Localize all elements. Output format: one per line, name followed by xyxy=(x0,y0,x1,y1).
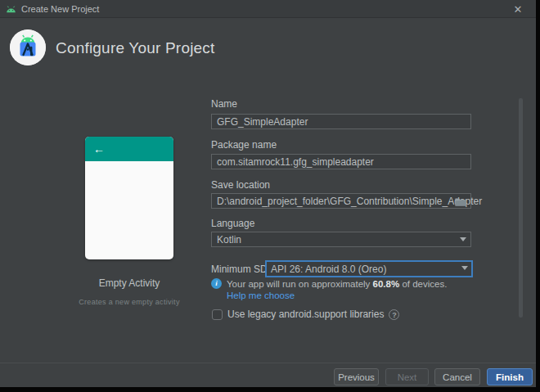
info-icon: i xyxy=(211,278,222,289)
window-title: Create New Project xyxy=(21,4,99,14)
preview-appbar: ← xyxy=(85,137,173,161)
legacy-support-checkbox[interactable] xyxy=(212,309,223,320)
name-label: Name xyxy=(211,98,237,110)
package-name-label: Package name xyxy=(211,139,277,151)
package-name-input[interactable] xyxy=(211,154,471,169)
android-logo-icon xyxy=(6,4,16,14)
legacy-support-label: Use legacy android.support libraries xyxy=(227,309,384,320)
vertical-scrollbar[interactable] xyxy=(519,98,523,318)
question-mark-icon[interactable]: ? xyxy=(389,309,399,320)
template-description: Creates a new empty activity xyxy=(47,298,211,306)
name-input[interactable] xyxy=(211,114,471,129)
language-dropdown[interactable]: Kotlin xyxy=(211,232,471,247)
save-location-input[interactable]: D:\android_project_folder\GFG_Contributi… xyxy=(211,193,471,209)
device-percentage: 60.8% xyxy=(373,279,400,289)
language-label: Language xyxy=(211,218,254,229)
save-location-value: D:\android_project_folder\GFG_Contributi… xyxy=(217,196,482,207)
back-arrow-icon: ← xyxy=(93,142,105,155)
finish-button[interactable]: Finish xyxy=(487,368,533,385)
save-location-label: Save location xyxy=(211,179,270,191)
sdk-info-row: i Your app will run on approximately 60.… xyxy=(211,278,447,289)
template-preview-card: ← xyxy=(85,137,173,259)
cancel-button[interactable]: Cancel xyxy=(434,368,480,385)
minimum-sdk-dropdown[interactable]: API 26: Android 8.0 (Oreo) xyxy=(265,260,473,277)
close-icon[interactable]: ✕ xyxy=(506,0,529,18)
legacy-support-row: Use legacy android.support libraries ? xyxy=(212,309,399,320)
previous-button[interactable]: Previous xyxy=(334,368,379,385)
screenshot-stage: Create New Project ✕ Configure Your Proj… xyxy=(0,0,540,392)
titlebar: Create New Project ✕ xyxy=(0,0,536,18)
folder-icon[interactable] xyxy=(455,197,466,206)
chevron-down-icon xyxy=(461,266,468,270)
language-value: Kotlin xyxy=(217,234,241,246)
sdk-info-text: Your app will run on approximately 60.8%… xyxy=(227,279,447,289)
android-studio-logo xyxy=(10,29,46,65)
page-title: Configure Your Project xyxy=(56,39,215,57)
template-name: Empty Activity xyxy=(47,277,211,289)
footer-divider xyxy=(0,363,536,363)
chevron-down-icon xyxy=(460,237,466,241)
create-new-project-dialog: Create New Project ✕ Configure Your Proj… xyxy=(0,0,536,387)
help-me-choose-link[interactable]: Help me choose xyxy=(227,291,295,300)
next-button: Next xyxy=(385,368,429,385)
minimum-sdk-value: API 26: Android 8.0 (Oreo) xyxy=(271,264,386,275)
